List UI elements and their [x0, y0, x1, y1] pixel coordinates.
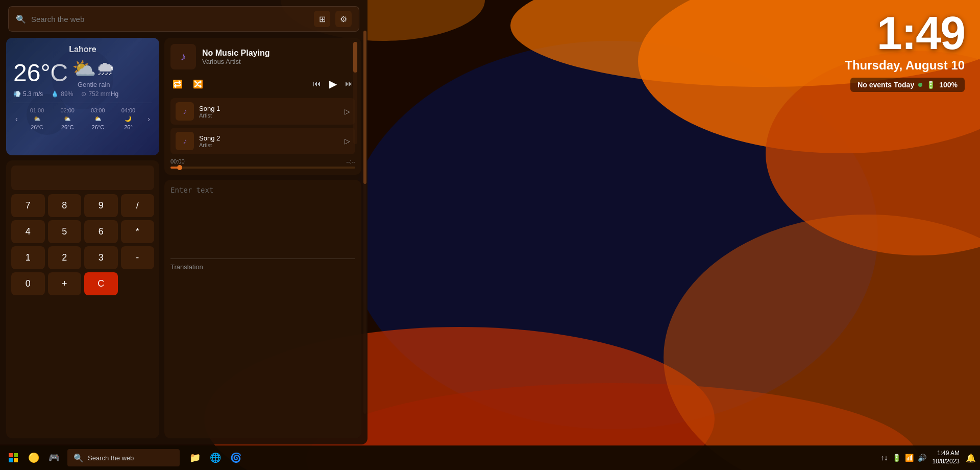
calc-btn-0[interactable]: 0: [11, 272, 45, 295]
calc-btn-9[interactable]: 9: [84, 194, 118, 217]
network-arrows-icon: ↑↓: [881, 454, 888, 462]
search-bar[interactable]: 🔍 ⊞ ⚙: [8, 6, 359, 32]
file-explorer-button[interactable]: 📁: [186, 449, 204, 467]
weather-city: Lahore: [13, 45, 152, 54]
music-title: No Music Playing: [202, 49, 355, 58]
battery-icon: 🔋: [926, 81, 935, 89]
calc-btn-multiply[interactable]: *: [121, 220, 155, 243]
calc-btn-add[interactable]: +: [48, 272, 82, 295]
music-widget: ♪ No Music Playing Various Artist 🔁 🔀 ⏮ …: [164, 38, 361, 175]
app-button[interactable]: 🌀: [227, 449, 245, 467]
calc-btn-subtract[interactable]: -: [121, 246, 155, 269]
calc-btn-2[interactable]: 2: [48, 246, 82, 269]
calculator-display: [11, 166, 154, 190]
music-mode-controls: 🔁 🔀: [170, 77, 205, 91]
taskbar-date-value: 10/8/2023: [933, 458, 960, 466]
forecast-time-4: 04:00: [121, 107, 136, 113]
music-controls: 🔁 🔀 ⏮ ▶ ⏭: [170, 76, 355, 92]
forecast-time-1: 01:00: [30, 107, 44, 113]
total-time: --:--: [346, 158, 355, 165]
repeat-button[interactable]: 🔁: [170, 77, 185, 91]
pressure-icon: ⊙: [81, 90, 86, 98]
forecast-temp-3: 26°C: [92, 124, 105, 130]
translator-input[interactable]: [170, 186, 355, 252]
svg-rect-11: [9, 458, 13, 462]
playlist-item-1[interactable]: ♪ Song 1 Artist ▷: [170, 98, 355, 125]
playlist-info-2: Song 2 Artist: [199, 134, 339, 148]
sidebar-scrollbar[interactable]: [363, 31, 366, 414]
apps-button[interactable]: 🎮: [45, 449, 63, 467]
settings-icon-button[interactable]: ⚙: [335, 11, 352, 27]
forecast-time-3: 03:00: [91, 107, 105, 113]
weather-humidity: 💧 89%: [51, 90, 73, 98]
calculator-grid: 7 8 9 / 4 5 6 * 1 2 3 - 0 + C: [11, 194, 154, 295]
forecast-icon-1: ⛅: [34, 115, 41, 122]
translator-output-label: Translation: [170, 263, 355, 271]
forecast-item-2: 02:00 ⛅ 26°C: [60, 107, 75, 130]
wind-icon: 💨: [13, 90, 21, 98]
playlist-art-2: ♪: [176, 132, 194, 150]
calc-btn-divide[interactable]: /: [121, 194, 155, 217]
widgets-button[interactable]: 🟡: [24, 449, 43, 467]
clock-status: No events Today 🔋 100%: [850, 78, 965, 92]
current-time: 00:00: [170, 158, 185, 165]
calc-btn-4[interactable]: 4: [11, 220, 45, 243]
shuffle-button[interactable]: 🔀: [191, 77, 205, 91]
forecast-icon-3: ⛅: [94, 115, 102, 122]
taskbar-left: 🟡 🎮: [4, 449, 63, 467]
forecast-item-4: 04:00 🌙 26°: [121, 107, 136, 130]
start-button[interactable]: [4, 449, 22, 467]
taskbar-search-text: Search the web: [88, 454, 134, 462]
prev-button[interactable]: ⏮: [311, 76, 323, 92]
calc-btn-1[interactable]: 1: [11, 246, 45, 269]
search-input[interactable]: [31, 15, 309, 24]
calc-btn-6[interactable]: 6: [84, 220, 118, 243]
weather-forecast: ‹ 01:00 ⛅ 26°C 02:00 ⛅ 26°C: [13, 107, 152, 130]
forecast-time-2: 02:00: [60, 107, 75, 113]
search-icon: 🔍: [16, 14, 26, 24]
calc-btn-8[interactable]: 8: [48, 194, 82, 217]
playlist-play-button-2[interactable]: ▷: [345, 137, 350, 145]
wifi-icon: 📶: [905, 454, 914, 462]
content-area: Lahore 26°C ⛅🌧 Gentle rain 💨 5.3 m/s 💧: [0, 38, 368, 444]
clock-date: Thursday, August 10: [845, 58, 965, 73]
progress-bar[interactable]: [170, 167, 355, 169]
sidebar-panel: 🔍 ⊞ ⚙ Lahore 26°C ⛅🌧 Gentle rain: [0, 0, 368, 444]
taskbar-right: ↑↓ 🔋 📶 🔊 1:49 AM 10/8/2023 🔔: [881, 450, 976, 465]
forecast-prev-button[interactable]: ‹: [13, 115, 20, 123]
taskbar-system-icons: ↑↓ 🔋 📶 🔊: [881, 454, 926, 462]
calc-btn-7[interactable]: 7: [11, 194, 45, 217]
grid-icon-button[interactable]: ⊞: [314, 11, 330, 27]
notification-bell-icon[interactable]: 🔔: [966, 453, 976, 463]
weather-description: Gentle rain: [78, 81, 110, 88]
calc-btn-5[interactable]: 5: [48, 220, 82, 243]
weather-icon: ⛅🌧: [72, 57, 115, 80]
left-column: Lahore 26°C ⛅🌧 Gentle rain 💨 5.3 m/s 💧: [6, 38, 159, 438]
playlist: ♪ Song 1 Artist ▷ ♪ Song 2: [170, 98, 355, 154]
taskbar-clock: 1:49 AM 10/8/2023: [933, 450, 960, 465]
right-column: ♪ No Music Playing Various Artist 🔁 🔀 ⏮ …: [164, 38, 361, 438]
weather-icon-area: ⛅🌧 Gentle rain: [72, 57, 115, 88]
calc-btn-clear[interactable]: C: [84, 272, 118, 295]
forecast-items: 01:00 ⛅ 26°C 02:00 ⛅ 26°C 03:00 ⛅ 26: [22, 107, 144, 130]
playlist-song-name-1: Song 1: [199, 105, 339, 112]
music-playback-controls: ⏮ ▶ ⏭: [311, 76, 355, 92]
taskbar-search[interactable]: 🔍 Search the web: [67, 449, 180, 466]
taskbar: 🟡 🎮 🔍 Search the web 📁 🌐 🌀 ↑↓ 🔋 📶 🔊 1:49…: [0, 445, 980, 470]
music-scroll-thumb: [353, 42, 357, 73]
calc-btn-3[interactable]: 3: [84, 246, 118, 269]
svg-rect-9: [9, 453, 13, 457]
edge-button[interactable]: 🌐: [206, 449, 225, 467]
forecast-next-button[interactable]: ›: [145, 115, 152, 123]
play-pause-button[interactable]: ▶: [327, 76, 339, 92]
playlist-item-2[interactable]: ♪ Song 2 Artist ▷: [170, 128, 355, 154]
playlist-art-1: ♪: [176, 102, 194, 121]
translator-divider: [170, 258, 355, 259]
music-album-art: ♪: [170, 44, 196, 69]
music-scroll[interactable]: [353, 42, 357, 144]
weather-divider: [13, 103, 152, 103]
playlist-play-button-1[interactable]: ▷: [345, 107, 350, 115]
forecast-temp-2: 26°C: [61, 124, 74, 130]
weather-widget: Lahore 26°C ⛅🌧 Gentle rain 💨 5.3 m/s 💧: [6, 38, 159, 155]
forecast-item-3: 03:00 ⛅ 26°C: [91, 107, 105, 130]
